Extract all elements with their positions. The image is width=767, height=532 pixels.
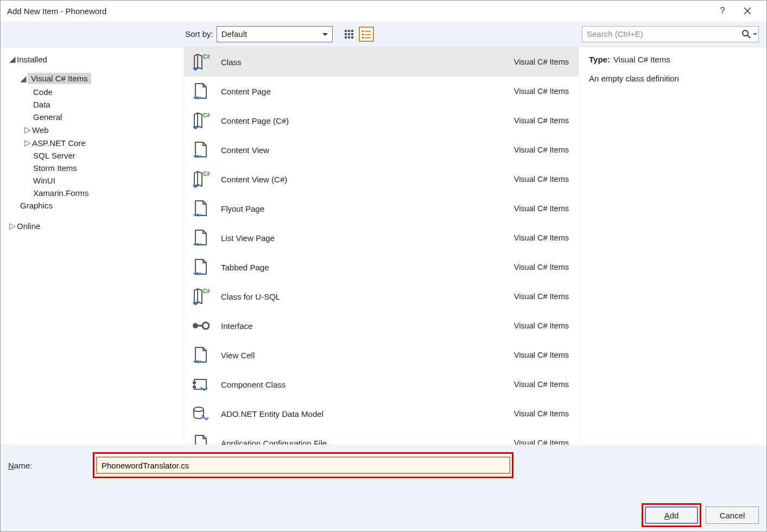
tree-aspnetcore[interactable]: ▷ASP.NET Core: [3, 136, 181, 149]
help-button[interactable]: ?: [710, 1, 735, 21]
view-grid-button[interactable]: [341, 27, 357, 42]
class-cs-icon: C#: [189, 286, 211, 307]
template-row[interactable]: <■>List View PageVisual C# Items: [184, 223, 579, 252]
detail-panel: Type:Visual C# Items An empty class defi…: [579, 47, 766, 445]
search-input[interactable]: Search (Ctrl+E): [582, 26, 759, 42]
svg-text:C#: C#: [203, 54, 210, 60]
tree-data[interactable]: Data: [3, 98, 181, 111]
page-icon: <■>: [189, 198, 211, 219]
tree-online[interactable]: ▷Online: [3, 219, 181, 232]
category-tree: ◢Installed ◢Visual C# Items Code Data Ge…: [1, 47, 184, 445]
tree-winui[interactable]: WinUI: [3, 174, 181, 187]
svg-rect-8: [345, 36, 347, 39]
tree-general[interactable]: General: [3, 111, 181, 123]
template-category: Visual C# Items: [514, 233, 569, 242]
sort-value: Default: [221, 29, 248, 39]
add-button[interactable]: Add: [645, 506, 698, 524]
template-category: Visual C# Items: [514, 87, 569, 96]
template-name: Content Page (C#): [221, 116, 514, 125]
class-cs-icon: C#: [189, 168, 211, 190]
svg-rect-15: [362, 37, 364, 39]
chevron-down-icon: [753, 33, 757, 35]
svg-rect-16: [365, 37, 371, 39]
svg-point-35: [194, 407, 204, 411]
template-name: Class for U-SQL: [221, 292, 514, 301]
template-row[interactable]: InterfaceVisual C# Items: [184, 311, 579, 340]
svg-point-30: [202, 322, 209, 329]
svg-rect-2: [345, 30, 347, 32]
template-category: Visual C# Items: [514, 380, 569, 389]
template-category: Visual C# Items: [514, 409, 569, 418]
svg-rect-7: [351, 33, 353, 35]
template-row[interactable]: <■>Application Configuration FileVisual …: [184, 428, 579, 445]
template-list: C#ClassVisual C# Items<■>Content PageVis…: [184, 47, 579, 445]
view-list-button[interactable]: [359, 27, 374, 42]
tree-stormitems[interactable]: Storm Items: [3, 162, 181, 174]
template-row[interactable]: C#Content Page (C#)Visual C# Items: [184, 106, 579, 135]
template-row[interactable]: ADO.NET Entity Data ModelVisual C# Items: [184, 399, 579, 428]
template-category: Visual C# Items: [514, 204, 569, 213]
template-row[interactable]: <■>Content ViewVisual C# Items: [184, 135, 579, 164]
template-row[interactable]: <■>Flyout PageVisual C# Items: [184, 194, 579, 223]
template-row[interactable]: <■>Tabbed PageVisual C# Items: [184, 252, 579, 282]
svg-rect-11: [362, 30, 364, 32]
template-row[interactable]: <■>Content PageVisual C# Items: [184, 77, 579, 106]
svg-rect-10: [351, 36, 353, 39]
template-name: Flyout Page: [221, 204, 514, 213]
template-category: Visual C# Items: [514, 321, 569, 330]
svg-rect-13: [362, 34, 364, 35]
close-button[interactable]: [735, 1, 760, 21]
search-icon[interactable]: [742, 30, 757, 39]
sort-select[interactable]: Default: [217, 26, 333, 42]
entity-icon: [189, 403, 211, 425]
page-icon: <■>: [189, 344, 211, 366]
svg-rect-3: [348, 30, 350, 32]
tree-web[interactable]: ▷Web: [3, 123, 181, 136]
template-name: Content View: [221, 145, 514, 155]
template-name: Tabbed Page: [221, 263, 514, 272]
template-row[interactable]: <■>View CellVisual C# Items: [184, 340, 579, 370]
close-icon: [744, 8, 751, 14]
tree-graphics[interactable]: Graphics: [3, 199, 181, 212]
svg-text:C#: C#: [203, 288, 210, 294]
svg-text:<■>: <■>: [193, 95, 202, 100]
svg-rect-12: [365, 31, 371, 32]
tree-xamarinforms[interactable]: Xamarin.Forms: [3, 187, 181, 199]
template-row[interactable]: Component ClassVisual C# Items: [184, 370, 579, 399]
titlebar: Add New Item - Phoneword ?: [1, 1, 766, 21]
svg-rect-33: [193, 382, 196, 384]
template-name: Class: [221, 58, 514, 67]
tree-sqlserver[interactable]: SQL Server: [3, 149, 181, 162]
template-row[interactable]: C#Class for U-SQLVisual C# Items: [184, 282, 579, 311]
svg-rect-14: [365, 34, 371, 35]
class-cs-icon: C#: [189, 110, 211, 131]
tree-code[interactable]: Code: [3, 86, 181, 98]
cancel-button[interactable]: Cancel: [706, 506, 759, 524]
template-row[interactable]: C#ClassVisual C# Items: [184, 47, 579, 77]
svg-rect-5: [345, 33, 347, 35]
template-category: Visual C# Items: [514, 175, 569, 183]
chevron-right-icon: ▷: [24, 125, 31, 135]
svg-rect-6: [348, 33, 350, 35]
svg-text:C#: C#: [203, 171, 210, 177]
template-name: ADO.NET Entity Data Model: [221, 409, 514, 419]
template-category: Visual C# Items: [514, 351, 569, 359]
page-icon: <■>: [189, 139, 211, 161]
svg-text:<■>: <■>: [193, 154, 202, 159]
page-icon: <■>: [189, 256, 211, 278]
template-name: List View Page: [221, 233, 514, 243]
chevron-right-icon: ▷: [24, 138, 31, 148]
svg-rect-9: [348, 36, 350, 39]
component-icon: [189, 373, 211, 395]
name-input[interactable]: [96, 457, 510, 474]
page-icon: <■>: [189, 432, 211, 445]
tree-csharp-items[interactable]: ◢Visual C# Items: [3, 71, 181, 86]
interface-icon: [189, 315, 211, 337]
chevron-right-icon: ▷: [9, 221, 16, 231]
type-value: Visual C# Items: [613, 55, 670, 64]
tree-installed[interactable]: ◢Installed: [3, 53, 181, 66]
sortby-label: Sort by:: [185, 29, 213, 39]
toolbar: Sort by: Default Search (Ctrl+E): [1, 21, 766, 47]
svg-text:C#: C#: [203, 112, 210, 118]
template-row[interactable]: C#Content View (C#)Visual C# Items: [184, 164, 579, 194]
